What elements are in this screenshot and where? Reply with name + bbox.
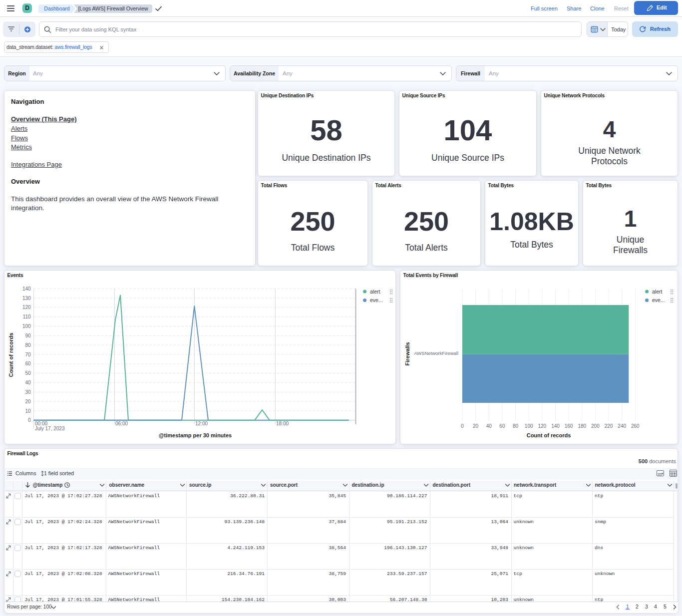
svg-text:160: 160 xyxy=(565,423,573,429)
svg-text:18:00: 18:00 xyxy=(276,421,289,426)
svg-text:60: 60 xyxy=(499,423,505,429)
svg-text:240: 240 xyxy=(618,423,626,429)
svg-text:Firewalls: Firewalls xyxy=(404,342,410,365)
svg-text:140: 140 xyxy=(22,286,31,292)
svg-text:50: 50 xyxy=(25,370,31,376)
svg-text:alert: alert xyxy=(370,289,380,295)
svg-text:12:00: 12:00 xyxy=(195,421,208,426)
svg-text:20: 20 xyxy=(25,399,31,404)
svg-text:20: 20 xyxy=(473,423,479,429)
svg-text:40: 40 xyxy=(25,380,31,385)
svg-text:120: 120 xyxy=(22,305,31,310)
svg-text:July 17, 2023: July 17, 2023 xyxy=(35,426,65,431)
svg-text:eve...: eve... xyxy=(652,297,665,303)
svg-text:eve...: eve... xyxy=(370,297,383,303)
svg-text:AWSNetworkFirewall: AWSNetworkFirewall xyxy=(414,350,458,356)
svg-text:Count of records: Count of records xyxy=(8,333,14,377)
svg-text:30: 30 xyxy=(25,389,31,395)
svg-text:100: 100 xyxy=(525,423,533,429)
svg-text:alert: alert xyxy=(652,289,663,295)
svg-text:70: 70 xyxy=(25,352,31,357)
svg-text:40: 40 xyxy=(486,423,492,429)
svg-text:Count of records: Count of records xyxy=(527,432,571,438)
svg-text:0: 0 xyxy=(28,417,31,423)
svg-text:180: 180 xyxy=(578,423,586,429)
svg-text:0: 0 xyxy=(461,423,464,429)
svg-text:10: 10 xyxy=(25,408,31,414)
svg-text:90: 90 xyxy=(25,333,31,338)
svg-text:120: 120 xyxy=(538,423,546,429)
svg-text:220: 220 xyxy=(605,423,613,429)
svg-text:80: 80 xyxy=(25,342,31,348)
svg-text:140: 140 xyxy=(551,423,560,429)
svg-text:110: 110 xyxy=(23,314,31,319)
svg-text:130: 130 xyxy=(22,296,31,301)
svg-text:60: 60 xyxy=(25,361,31,366)
svg-text:100: 100 xyxy=(22,323,31,329)
svg-text:@timestamp per 30 minutes: @timestamp per 30 minutes xyxy=(159,432,232,438)
svg-text:260: 260 xyxy=(631,423,640,429)
svg-text:06:00: 06:00 xyxy=(115,421,128,426)
svg-text:80: 80 xyxy=(513,423,519,429)
svg-text:200: 200 xyxy=(591,423,600,429)
